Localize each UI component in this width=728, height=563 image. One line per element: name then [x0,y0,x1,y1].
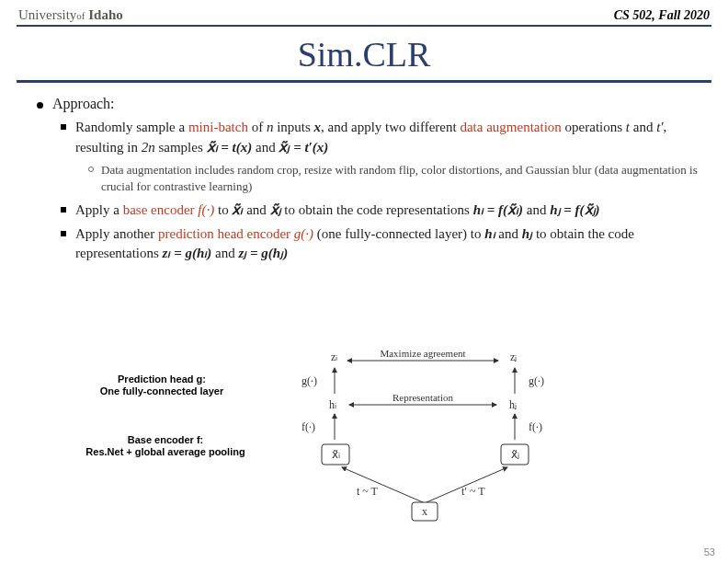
bullet-text: Apply another prediction head encoder g(… [75,224,702,265]
label-g-left: g(·) [301,374,317,387]
sub-bullet-augmentation: Data augmentation includes random crop, … [88,162,702,195]
page-number: 53 [704,546,715,557]
annotation-base-encoder: Base encoder f: Res.Net + global average… [64,434,267,458]
bullet-approach: Approach: [37,96,702,112]
label-zi: zᵢ [331,350,337,363]
label-representation: Representation [392,392,453,403]
bullet-base-encoder: Apply a base encoder f(·) to x͂ᵢ and x͂ⱼ… [61,201,702,221]
bullet-square-icon [61,124,66,130]
content-area: Approach: Randomly sample a mini-batch o… [0,96,728,264]
bullet-text: Randomly sample a mini-batch of n inputs… [75,118,702,158]
label-hi: hᵢ [329,398,336,411]
label-f-right: f(·) [529,420,542,433]
bullet-text: Apply a base encoder f(·) to x͂ᵢ and x͂ⱼ… [75,201,600,221]
bullet-circle-icon [88,167,94,172]
bullet-square-icon [61,207,66,213]
univ-prefix: University [18,7,76,22]
simclr-diagram: zᵢ zⱼ Maximize agreement g(·) g(·) hᵢ hⱼ… [276,348,579,528]
bullet-square-icon [61,231,66,236]
course-label: CS 502, Fall 2020 [614,8,710,23]
label-maximize: Maximize agreement [380,348,465,359]
label-xi: x͂ᵢ [332,448,340,461]
sub-bullet-text: Data augmentation includes random crop, … [101,162,702,195]
label-g-right: g(·) [529,374,544,387]
bullet-prediction-head: Apply another prediction head encoder g(… [61,224,702,265]
label-x: x [422,505,427,518]
university-logo-text: Universityof Idaho [18,7,123,23]
label-tp: t′ ~ T [461,485,485,498]
svg-line-8 [342,467,423,502]
slide-title: Sim.CLR [0,34,728,75]
label-xj: x͂ⱼ [511,448,519,461]
bullet-minibatch: Randomly sample a mini-batch of n inputs… [61,118,702,158]
label-f-left: f(·) [301,420,315,433]
approach-label: Approach: [52,96,115,112]
univ-of: of [76,10,85,21]
divider-top [17,25,711,27]
annotation-prediction-head: Prediction head g: One fully-connected l… [88,373,235,397]
label-zj: zⱼ [510,350,517,363]
label-t: t ~ T [357,485,379,498]
divider-title [17,80,711,83]
diagram-area: Prediction head g: One fully-connected l… [0,355,728,530]
label-hj: hⱼ [509,398,517,411]
bullet-dot-icon [37,102,43,109]
slide-header: Universityof Idaho CS 502, Fall 2020 [0,0,728,25]
univ-name: Idaho [88,7,123,22]
